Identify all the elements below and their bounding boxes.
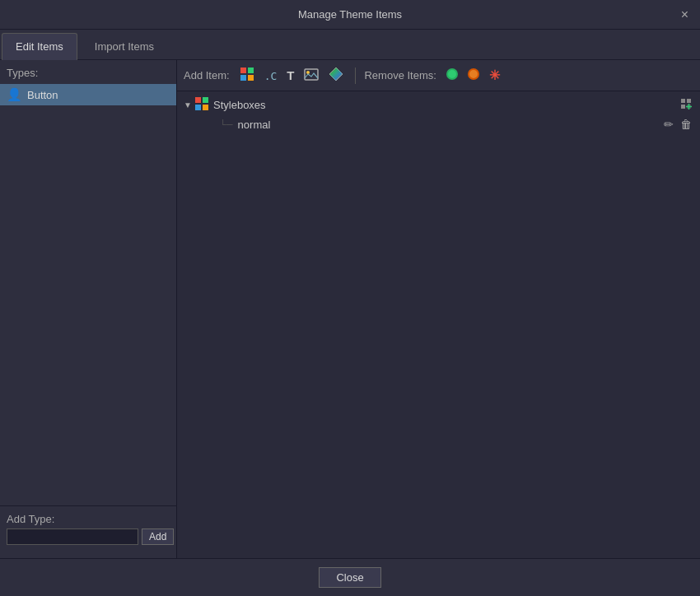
styleboxes-icon	[195, 97, 208, 113]
add-stylebox-button[interactable]	[236, 65, 258, 86]
tree-toggle-styleboxes[interactable]: ▼	[184, 100, 195, 109]
left-panel: Types: 👤 Button Add Type: Add	[0, 60, 177, 558]
add-text-button[interactable]: T	[283, 68, 297, 84]
tree-node-normal[interactable]: └─ normal ✏ 🗑	[177, 115, 700, 133]
image-icon	[304, 68, 319, 81]
normal-label: normal	[238, 119, 662, 131]
button-type-icon: 👤	[7, 87, 22, 102]
tab-import-items[interactable]: Import Items	[81, 33, 168, 60]
normal-actions: ✏ 🗑	[662, 118, 693, 131]
svg-rect-6	[195, 97, 201, 103]
types-label: Types:	[0, 67, 176, 84]
styleboxes-action-add[interactable]	[679, 98, 693, 112]
toolbar-separator	[355, 68, 356, 84]
svg-rect-0	[240, 68, 246, 73]
remove-unused-button[interactable]	[464, 67, 483, 84]
remove-selected-button[interactable]	[443, 67, 461, 84]
tree-area: ▼ Styleboxes	[177, 91, 700, 558]
types-list: 👤 Button	[0, 84, 176, 505]
remove-items-label: Remove Items:	[364, 69, 436, 81]
delete-icon: 🗑	[680, 118, 692, 131]
add-type-button[interactable]: Add	[142, 528, 174, 545]
green-circle-icon	[446, 68, 458, 80]
add-type-row: Add	[7, 528, 170, 545]
dialog-title: Manage Theme Items	[298, 8, 402, 21]
color-icon	[329, 67, 343, 81]
right-panel: Add Item: .C T	[177, 60, 700, 558]
add-type-input[interactable]	[7, 528, 138, 545]
class-icon: .C	[264, 70, 278, 82]
styleboxes-label: Styleboxes	[213, 99, 679, 111]
add-type-label: Add Type:	[7, 513, 170, 525]
main-area: Types: 👤 Button Add Type: Add Add Item:	[0, 60, 700, 558]
add-color-button[interactable]	[325, 65, 347, 86]
add-item-label: Add Item:	[184, 69, 230, 81]
svg-rect-7	[203, 97, 208, 103]
svg-rect-2	[240, 75, 246, 81]
type-item-label: Button	[27, 89, 58, 101]
bottom-bar: Close	[0, 558, 700, 596]
tree-connector: └─	[220, 119, 233, 129]
add-class-button[interactable]: .C	[261, 68, 281, 84]
svg-rect-1	[248, 68, 254, 73]
close-dialog-button[interactable]: Close	[319, 567, 380, 588]
dialog: Manage Theme Items × Edit Items Import I…	[0, 0, 700, 596]
tab-edit-items[interactable]: Edit Items	[2, 33, 77, 60]
svg-rect-9	[203, 105, 208, 110]
text-icon: T	[287, 68, 294, 82]
add-type-area: Add Type: Add	[0, 505, 176, 552]
svg-rect-4	[305, 69, 318, 80]
window-close-button[interactable]: ×	[676, 6, 693, 24]
svg-rect-10	[681, 99, 685, 103]
title-bar: Manage Theme Items ×	[0, 0, 700, 30]
tree-node-styleboxes[interactable]: ▼ Styleboxes	[177, 95, 700, 115]
svg-rect-3	[248, 75, 254, 81]
remove-all-button[interactable]: ✳	[486, 68, 503, 84]
type-item-button[interactable]: 👤 Button	[0, 84, 176, 105]
add-image-button[interactable]	[301, 67, 322, 85]
add-row-icon	[680, 98, 692, 109]
stylebox-add-icon	[240, 67, 254, 81]
normal-action-delete[interactable]: 🗑	[679, 118, 693, 131]
toolbar: Add Item: .C T	[177, 60, 700, 91]
asterisk-icon: ✳	[489, 68, 500, 82]
svg-rect-8	[195, 105, 201, 110]
orange-circle-icon	[468, 68, 479, 80]
svg-rect-11	[687, 99, 691, 103]
normal-action-edit[interactable]: ✏	[662, 118, 675, 131]
edit-icon: ✏	[664, 118, 674, 131]
styleboxes-actions	[679, 98, 693, 112]
tabs-bar: Edit Items Import Items	[0, 30, 700, 60]
svg-rect-12	[681, 105, 685, 109]
